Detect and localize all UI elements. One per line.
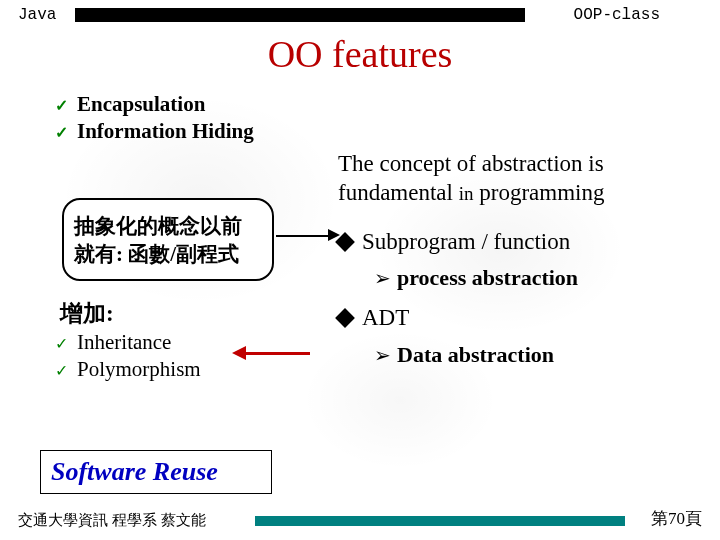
footer-bar xyxy=(255,516,625,526)
bullet-label: ADT xyxy=(362,305,409,330)
check-item-inheritance: ✓Inheritance xyxy=(55,330,201,355)
software-reuse-box: Software Reuse xyxy=(40,450,272,494)
header-right-oopclass: OOP-class xyxy=(574,6,660,24)
bullet-label: Subprogram / function xyxy=(362,229,570,254)
diamond-icon xyxy=(335,232,355,252)
check-label: Encapsulation xyxy=(77,92,205,116)
arrow-data-abstraction: ➢Data abstraction xyxy=(374,341,698,369)
check-icon: ✓ xyxy=(55,334,77,353)
footer-page-number: 第70頁 xyxy=(651,507,702,530)
arrow-red-head-icon xyxy=(232,346,246,360)
check-label: Information Hiding xyxy=(77,119,254,143)
bullet-subprogram: Subprogram / function xyxy=(338,228,698,257)
diamond-icon xyxy=(335,308,355,328)
check-icon: ✓ xyxy=(55,361,77,380)
check-icon: ✓ xyxy=(55,96,77,115)
arrow-label: Data abstraction xyxy=(397,342,554,367)
arrow-label: process abstraction xyxy=(397,265,578,290)
check-label: Polymorphism xyxy=(77,357,201,381)
check-icon: ✓ xyxy=(55,123,77,142)
feature-checklist-2: ✓Inheritance ✓Polymorphism xyxy=(55,330,201,384)
header-left-java: Java xyxy=(18,6,56,24)
arrow-callout-to-right xyxy=(276,235,328,237)
arrow-process-abstraction: ➢process abstraction xyxy=(374,264,698,292)
increase-label: 增加: xyxy=(60,298,114,329)
footer-author: 交通大學資訊 程學系 蔡文能 xyxy=(18,511,206,530)
arrow-red xyxy=(245,352,310,355)
intro-text: The concept of abstraction is fundamenta… xyxy=(338,150,698,208)
check-item-info-hiding: ✓Information Hiding xyxy=(55,119,254,144)
check-item-polymorphism: ✓Polymorphism xyxy=(55,357,201,382)
bullet-adt: ADT xyxy=(338,304,698,333)
right-content: The concept of abstraction is fundamenta… xyxy=(338,150,698,380)
callout-line1: 抽象化的概念以前 xyxy=(74,212,262,240)
intro-part-b: in xyxy=(459,183,474,204)
intro-part-c: programming xyxy=(474,180,605,205)
callout-line2: 就有: 函數/副程式 xyxy=(74,240,262,268)
check-item-encapsulation: ✓Encapsulation xyxy=(55,92,254,117)
header-bar xyxy=(75,8,525,22)
arrow-right-icon: ➢ xyxy=(374,344,391,366)
feature-checklist-1: ✓Encapsulation ✓Information Hiding xyxy=(55,92,254,146)
slide-title: OO features xyxy=(0,32,720,76)
check-label: Inheritance xyxy=(77,330,171,354)
arrow-right-icon: ➢ xyxy=(374,267,391,289)
callout-abstraction-history: 抽象化的概念以前 就有: 函數/副程式 xyxy=(62,198,274,281)
